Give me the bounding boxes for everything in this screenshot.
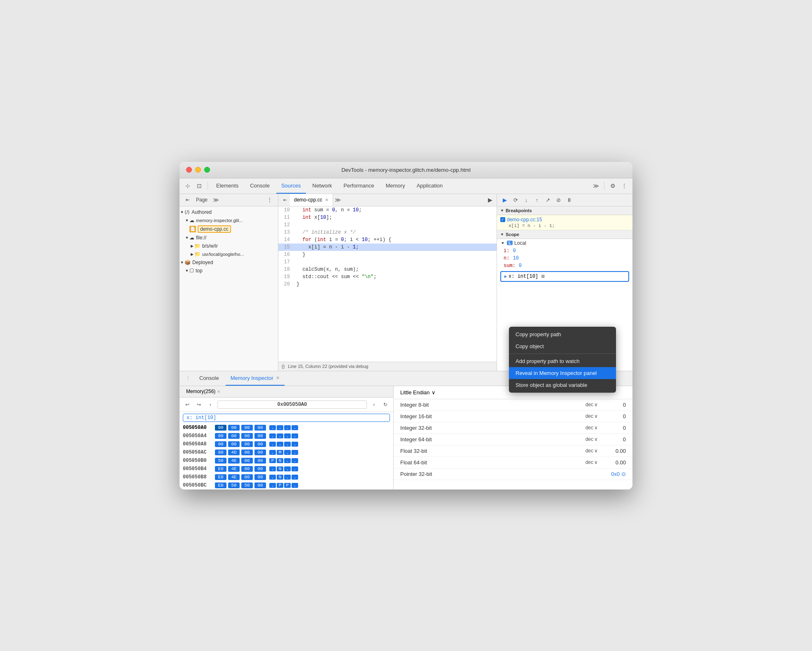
- close-tab-icon[interactable]: ✕: [325, 197, 329, 203]
- scope-header[interactable]: ▼ Scope: [497, 230, 632, 239]
- breakpoints-header[interactable]: ▼ Breakpoints: [497, 206, 632, 215]
- mem-byte[interactable]: 4E: [228, 466, 240, 472]
- sidebar-item-bsw[interactable]: ▶ 📁 b/s/w/ir: [180, 242, 278, 250]
- int16-format-selector[interactable]: dec ∨: [586, 413, 598, 419]
- int8-format-selector[interactable]: dec ∨: [586, 402, 598, 407]
- tab-console[interactable]: Console: [245, 178, 275, 194]
- tab-elements[interactable]: Elements: [211, 178, 243, 194]
- more-icon[interactable]: ⋮: [619, 181, 629, 191]
- memory-address-input[interactable]: [217, 400, 367, 409]
- mem-byte[interactable]: 00: [228, 441, 240, 447]
- mem-byte[interactable]: 00: [228, 433, 240, 439]
- close-button[interactable]: [186, 167, 192, 173]
- mem-byte[interactable]: 00: [254, 458, 266, 464]
- mem-byte[interactable]: 80: [215, 450, 226, 455]
- pause-btn[interactable]: ⟳: [511, 195, 520, 204]
- minimize-button[interactable]: [195, 167, 201, 173]
- mem-byte[interactable]: 00: [254, 441, 266, 447]
- mem-refresh-btn[interactable]: ↻: [381, 400, 390, 409]
- mem-byte[interactable]: 00: [254, 425, 266, 431]
- tab-memory-inspector[interactable]: Memory Inspector ✕: [226, 371, 285, 386]
- tab-sources[interactable]: Sources: [276, 178, 306, 194]
- resume-btn[interactable]: ▶: [500, 195, 509, 204]
- mem-byte[interactable]: E0: [215, 466, 226, 472]
- sidebar-item-demo-cpp[interactable]: 📄 demo-cpp.cc: [180, 225, 278, 234]
- deactivate-btn[interactable]: ⊘: [554, 195, 563, 204]
- tab-console-bottom[interactable]: Console: [194, 371, 224, 386]
- sidebar-item-file[interactable]: ▼ ☁ file://: [180, 234, 278, 242]
- code-content[interactable]: 10 int sum = 0, n = 10; 11 int x[10]; 12…: [278, 206, 497, 362]
- mem-back-btn[interactable]: ↩: [183, 400, 192, 409]
- memory-subtab[interactable]: Memory(256) ✕: [183, 386, 224, 398]
- mem-byte[interactable]: 00: [228, 425, 240, 431]
- more-code-tabs-icon[interactable]: ≫: [333, 195, 343, 205]
- tab-performance[interactable]: Performance: [338, 178, 379, 194]
- cursor-icon[interactable]: ⊹: [183, 181, 193, 191]
- tab-application[interactable]: Application: [412, 178, 448, 194]
- ctx-copy-object[interactable]: Copy object: [509, 340, 616, 352]
- mem-byte[interactable]: 50: [215, 458, 226, 464]
- mem-right-btn[interactable]: ›: [369, 400, 378, 409]
- close-memory-tab-icon[interactable]: ✕: [276, 375, 280, 381]
- sidebar-more-icon[interactable]: ⋮: [265, 195, 275, 205]
- mem-byte[interactable]: 00: [215, 425, 226, 431]
- mem-left-btn[interactable]: ‹: [206, 400, 215, 409]
- device-icon[interactable]: ⊡: [194, 181, 204, 191]
- step-over-btn[interactable]: ↓: [522, 195, 531, 204]
- ctx-reveal-memory[interactable]: Reveal in Memory Inspector panel: [509, 367, 616, 379]
- mem-byte[interactable]: 00: [241, 450, 253, 455]
- format-icon[interactable]: ▶: [485, 195, 495, 205]
- mem-byte[interactable]: E0: [215, 474, 226, 480]
- sidebar-item-domain[interactable]: ▼ ☁ memory-inspector.glit...: [180, 216, 278, 225]
- code-tab-democpp[interactable]: demo-cpp.cc ✕: [290, 194, 333, 206]
- mem-byte[interactable]: 00: [254, 482, 266, 488]
- mem-byte[interactable]: 00: [254, 466, 266, 472]
- mem-byte[interactable]: 00: [254, 474, 266, 480]
- float32-format-selector[interactable]: dec ∨: [586, 448, 598, 454]
- step-into-btn[interactable]: ↑: [532, 195, 541, 204]
- mem-byte[interactable]: 50: [241, 482, 253, 488]
- prev-file-icon[interactable]: ⇤: [280, 195, 290, 205]
- mem-byte[interactable]: 00: [241, 425, 253, 431]
- settings-icon[interactable]: ⚙: [608, 181, 618, 191]
- sidebar-item-top[interactable]: ▼ ☐ top: [180, 267, 278, 275]
- pause-exceptions-btn[interactable]: ⏸: [565, 195, 574, 204]
- mem-byte[interactable]: 00: [241, 441, 253, 447]
- sidebar-item-authored[interactable]: ▼ ⟨/⟩ Authored: [180, 208, 278, 216]
- mem-byte[interactable]: 4D: [228, 450, 240, 455]
- more-sidebar-icon[interactable]: ≫: [211, 195, 221, 205]
- page-tab[interactable]: Page: [193, 196, 211, 204]
- close-subtab-icon[interactable]: ✕: [217, 389, 220, 394]
- mem-byte[interactable]: 4E: [228, 474, 240, 480]
- maximize-button[interactable]: [204, 167, 210, 173]
- memory-inspector-icon[interactable]: ⊞: [541, 273, 545, 280]
- more-tabs-icon[interactable]: ≫: [591, 181, 601, 191]
- ctx-add-to-watch[interactable]: Add property path to watch: [509, 355, 616, 367]
- ctx-copy-property-path[interactable]: Copy property path: [509, 328, 616, 340]
- tab-network[interactable]: Network: [308, 178, 337, 194]
- float64-format-selector[interactable]: dec ∨: [586, 459, 598, 465]
- breakpoint-checkbox[interactable]: ✓: [500, 217, 505, 222]
- x-variable-tooltip[interactable]: ▶ x: int[10] ⊞: [500, 271, 629, 282]
- mem-byte[interactable]: 4E: [228, 458, 240, 464]
- int64-format-selector[interactable]: dec ∨: [586, 436, 598, 442]
- mem-byte[interactable]: E0: [215, 482, 226, 488]
- tab-memory[interactable]: Memory: [381, 178, 410, 194]
- sidebar-item-usr[interactable]: ▶ 📁 usr/local/google/ho...: [180, 250, 278, 258]
- bottom-panel-icon[interactable]: ⋮: [183, 373, 193, 383]
- mem-byte[interactable]: 00: [241, 458, 253, 464]
- mem-byte[interactable]: 00: [241, 433, 253, 439]
- mem-byte[interactable]: 00: [215, 433, 226, 439]
- mem-byte[interactable]: 50: [228, 482, 240, 488]
- mem-byte[interactable]: 00: [254, 433, 266, 439]
- int32-format-selector[interactable]: dec ∨: [586, 425, 598, 431]
- step-out-btn[interactable]: ↗: [543, 195, 552, 204]
- mem-byte[interactable]: 00: [241, 466, 253, 472]
- ptr32-value[interactable]: 0x0 ⊙: [611, 471, 626, 477]
- memory-tag[interactable]: x: int[10]: [183, 414, 390, 422]
- mem-byte[interactable]: 00: [254, 450, 266, 455]
- sidebar-item-deployed[interactable]: ▼ 📦 Deployed: [180, 258, 278, 267]
- mem-forward-btn[interactable]: ↪: [194, 400, 203, 409]
- collapse-sidebar-icon[interactable]: ⇤: [183, 195, 193, 205]
- mem-byte[interactable]: 00: [241, 474, 253, 480]
